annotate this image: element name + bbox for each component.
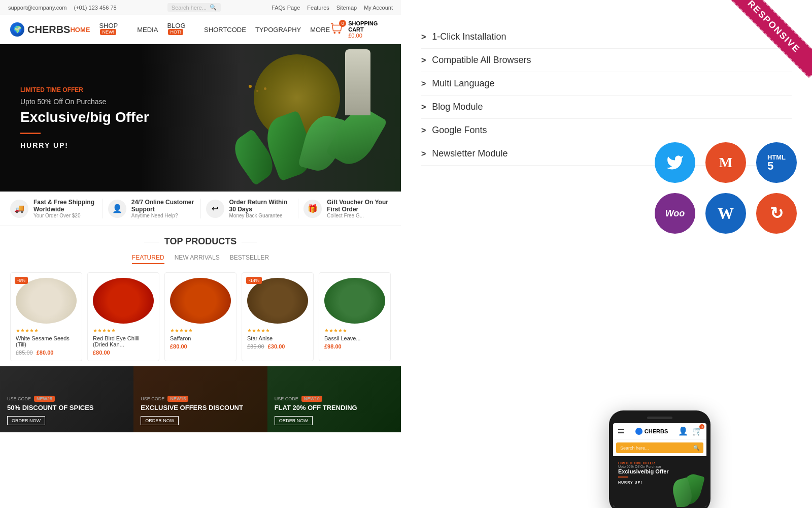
tab-featured[interactable]: FEATURED <box>132 254 164 264</box>
phone-cart-icon[interactable]: 🛒0 <box>692 426 702 436</box>
logo-text: CHERBS <box>27 24 70 36</box>
site-header: 🌍 CHERBS HOME SHOP NEW! MEDIA BLOG HOT! … <box>0 15 401 44</box>
phone-limited-offer: LIMITED TIME OFFER <box>618 461 701 465</box>
sitemap-link[interactable]: Sitemap <box>336 5 357 11</box>
search-icon[interactable]: 🔍 <box>210 4 217 11</box>
support-sub: Anytime Need Help? <box>131 213 195 218</box>
hero-subtitle: Upto 50% Off On Purchase <box>20 98 149 106</box>
right-panel: RESPONSIVE 1-Click Installation Compatib… <box>401 0 812 508</box>
woo-label: Woo <box>665 208 685 219</box>
product-name-2: Red Bird Eye Chilli (Dried Kan... <box>93 335 154 347</box>
nav-media[interactable]: MEDIA <box>137 26 158 34</box>
product-badge-1: -6% <box>15 277 28 284</box>
feature-support: 👤 24/7 Online Customer Support Anytime N… <box>103 199 201 218</box>
nav-typography[interactable]: TYPOGRAPHY <box>255 26 301 34</box>
shipping-icon: 🚚 <box>10 200 28 218</box>
sale-price-5: £98.00 <box>324 343 342 350</box>
product-price-3: £80.00 <box>170 343 231 350</box>
product-img-5 <box>324 278 385 324</box>
topbar-email: support@company.com <box>8 5 67 11</box>
hamburger-line-1 <box>618 429 624 430</box>
faq-link[interactable]: FAQs Page <box>272 5 300 11</box>
product-card-3[interactable]: ★★★★★ Saffaron £80.00 <box>164 272 236 361</box>
product-card-5[interactable]: ★★★★★ Bassil Leave... £98.00 <box>319 272 391 361</box>
cart-info: SHOPPING CART £0.00 <box>348 20 391 39</box>
cart-area[interactable]: 0 SHOPPING CART £0.00 <box>330 20 391 39</box>
herb-leaves-decoration <box>198 59 401 186</box>
product-card-2[interactable]: ★★★★★ Red Bird Eye Chilli (Dried Kan... … <box>87 272 159 361</box>
phone-logo: CHERBS <box>635 428 668 435</box>
sale-price-2: £80.00 <box>93 350 110 356</box>
limited-offer-label: LIMITED TIME OFFER <box>20 86 149 93</box>
promo-title-1: 50% DISCOUNT OF SPICES <box>7 404 93 412</box>
product-card-4[interactable]: -14% ★★★★★ Star Anise £35.00 £30.00 <box>242 272 314 361</box>
products-section-header: TOP PRODUCTS <box>10 236 391 247</box>
topbar: support@company.com (+01) 123 456 78 Sea… <box>0 0 401 15</box>
support-text: 24/7 Online Customer Support Anytime Nee… <box>131 199 195 218</box>
woo-icon: Woo <box>655 193 695 234</box>
sale-price-4: £30.00 <box>268 343 285 350</box>
phone-shell: CHERBS 👤 🛒0 🔍 LIMITED TIME <box>609 410 710 508</box>
products-section: TOP PRODUCTS FEATURED NEW ARRIVALS BESTS… <box>0 226 401 366</box>
main-wrapper: support@company.com (+01) 123 456 78 Sea… <box>0 0 812 508</box>
shipping-text: Fast & Free Shipping Worldwide Your Orde… <box>33 199 97 218</box>
nav-shortcode[interactable]: SHORTCODE <box>204 26 246 34</box>
promo-use-label-1: USE CODE <box>7 396 31 401</box>
features-link[interactable]: Features <box>307 5 329 11</box>
feature-return: ↩ Order Return Within 30 Days Money Back… <box>201 199 299 218</box>
cart-icon[interactable]: 0 <box>330 22 344 38</box>
hamburger-line-2 <box>618 431 624 432</box>
topbar-left: support@company.com (+01) 123 456 78 <box>8 5 117 11</box>
tab-bestseller[interactable]: BESTSELLER <box>230 254 269 264</box>
product-price-1: £85.00 £80.00 <box>16 350 77 356</box>
refresh-symbol: ↻ <box>770 204 784 223</box>
promo-use-label-3: USE CODE <box>275 396 298 401</box>
promo-btn-3[interactable]: ORDER NOW <box>275 416 313 425</box>
promo-usecode-3: USE CODE NEW10 <box>275 396 357 402</box>
myaccount-link[interactable]: My Account <box>364 5 393 11</box>
product-tabs: FEATURED NEW ARRIVALS BESTSELLER <box>10 254 391 264</box>
phone-screen: CHERBS 👤 🛒0 🔍 LIMITED TIME <box>613 423 706 507</box>
main-nav: HOME SHOP NEW! MEDIA BLOG HOT! SHORTCODE… <box>70 22 330 37</box>
promo-banner-1: USE CODE NEW25 50% DISCOUNT OF SPICES OR… <box>0 366 133 432</box>
feature-strip: 🚚 Fast & Free Shipping Worldwide Your Or… <box>0 192 401 226</box>
feature-shipping: 🚚 Fast & Free Shipping Worldwide Your Or… <box>5 199 103 218</box>
promo-banner-3: USE CODE NEW10 FLAT 20% OFF TRENDING ORD… <box>267 366 401 432</box>
tab-new-arrivals[interactable]: NEW ARRIVALS <box>175 254 220 264</box>
phone-search-input[interactable] <box>620 446 686 451</box>
phone-search-icon[interactable]: 🔍 <box>693 445 699 451</box>
nav-blog[interactable]: BLOG <box>167 22 185 29</box>
html5-label: HTML5 <box>767 154 786 172</box>
nav-shop-wrapper: SHOP NEW! <box>99 22 128 37</box>
return-title: Order Return Within 30 Days <box>229 199 293 213</box>
nav-shop[interactable]: SHOP <box>99 22 118 29</box>
cart-count: 0 <box>339 20 346 27</box>
return-sub: Money Back Guarantee <box>229 213 293 218</box>
search-placeholder: Search here... <box>172 5 207 11</box>
phone-search-bar[interactable]: 🔍 <box>616 442 703 453</box>
voucher-title: Gift Voucher On Your First Order <box>327 199 391 213</box>
promo-content-2: USE CODE NEW15 EXCLUSIVE OFFERS DISCOUNT… <box>141 396 243 425</box>
voucher-sub: Collect Free G... <box>327 213 391 218</box>
product-grid: -6% ★★★★★ White Sesame Seeds (Till) £85.… <box>10 272 391 361</box>
products-title: TOP PRODUCTS <box>144 236 257 247</box>
promo-tag-1: NEW25 <box>34 396 55 402</box>
topbar-phone: (+01) 123 456 78 <box>74 5 117 11</box>
nav-blog-wrapper: BLOG HOT! <box>167 22 195 37</box>
nav-home[interactable]: HOME <box>70 26 90 34</box>
wordpress-letter: W <box>718 204 734 223</box>
magento-icon: M <box>705 142 746 183</box>
nav-more[interactable]: MORE <box>310 26 330 34</box>
product-name-1: White Sesame Seeds (Till) <box>16 335 77 347</box>
phone-user-icon[interactable]: 👤 <box>678 426 688 436</box>
promo-use-label-2: USE CODE <box>141 396 164 401</box>
hamburger-icon[interactable] <box>617 428 625 434</box>
svg-point-0 <box>334 31 336 34</box>
product-price-4: £35.00 £30.00 <box>247 343 308 350</box>
product-card-1[interactable]: -6% ★★★★★ White Sesame Seeds (Till) £85.… <box>10 272 82 361</box>
mobile-preview: CHERBS 👤 🛒0 🔍 LIMITED TIME <box>609 410 710 508</box>
promo-btn-2[interactable]: ORDER NOW <box>141 416 179 425</box>
promo-btn-1[interactable]: ORDER NOW <box>7 416 45 425</box>
phone-header: CHERBS 👤 🛒0 <box>613 423 706 439</box>
promo-banners: USE CODE NEW25 50% DISCOUNT OF SPICES OR… <box>0 366 401 432</box>
